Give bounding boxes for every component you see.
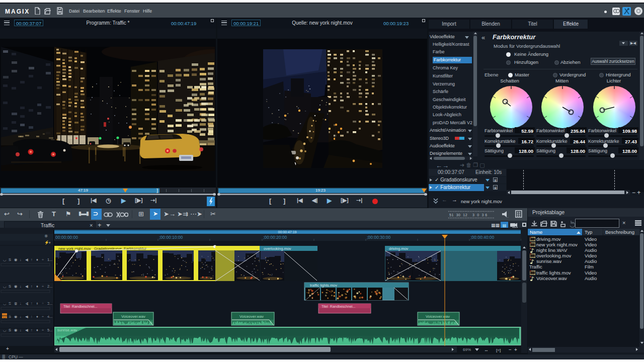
svg-text:sunrise.wav: sunrise.wav: [57, 328, 77, 332]
svg-text:Titel Randbeschnei...: Titel Randbeschnei...: [321, 305, 355, 308]
svg-text:↓: ↓: [20, 284, 22, 289]
svg-text:Voiceover.wav: Voiceover.wav: [121, 314, 145, 319]
svg-text:1...: 1...: [47, 257, 52, 262]
svg-text:4...: 4...: [47, 314, 52, 319]
svg-text:+: +: [6, 346, 9, 351]
svg-text:÷: ÷: [42, 284, 44, 289]
svg-text:69%: 69%: [463, 347, 471, 352]
svg-text:−: −: [509, 347, 512, 352]
svg-text:+: +: [514, 347, 517, 352]
svg-text:overlooking.mov: overlooking.mov: [264, 246, 291, 251]
svg-text:...: ...: [506, 215, 509, 218]
svg-text:S: S: [9, 257, 11, 262]
svg-text:↓: ↓: [20, 257, 22, 262]
svg-text:traffic lights.mov: traffic lights.mov: [310, 283, 337, 288]
svg-text:◉: ◉: [14, 257, 18, 262]
svg-text:;00:00:20:00: ;00:00:20:00: [263, 235, 287, 240]
svg-text:▾: ▾: [49, 241, 51, 244]
svg-text:;00:00:40:00: ;00:00:40:00: [470, 235, 495, 240]
svg-text:;00:00:30:00: ;00:00:30:00: [367, 235, 391, 240]
svg-text:♦: ♦: [36, 284, 38, 289]
svg-text:↑: ↑: [31, 257, 33, 262]
svg-text:⎈: ⎈: [44, 233, 48, 238]
svg-text:↔: ↔: [484, 347, 489, 352]
svg-text:S: S: [9, 284, 11, 289]
svg-text:↑: ↑: [31, 314, 33, 319]
svg-text:↓: ↓: [20, 314, 22, 319]
svg-text:◀: ◀: [25, 257, 28, 262]
svg-text:◉: ◉: [14, 314, 18, 319]
svg-text:◡: ◡: [3, 257, 7, 262]
svg-text:◡: ◡: [3, 314, 7, 319]
svg-text:◀: ◀: [25, 314, 28, 319]
svg-text:Titel Randbeschnei...: Titel Randbeschnei...: [63, 305, 97, 308]
svg-text:00:00:47:19: 00:00:47:19: [278, 230, 297, 234]
svg-text:÷: ÷: [42, 257, 44, 262]
svg-text:51 30 12 3 0 3 6: 51 30 12 3 0 3 6: [449, 213, 488, 217]
svg-text:÷: ÷: [42, 314, 44, 319]
svg-text:;00:00:10:00: ;00:00:10:00: [159, 235, 183, 240]
svg-text:↑: ↑: [31, 284, 33, 289]
svg-text:♦: ♦: [36, 314, 38, 319]
svg-text:driving.mov: driving.mov: [389, 246, 409, 251]
svg-text:[=]: [=]: [496, 348, 501, 352]
svg-text:00:00:00:00: 00:00:00:00: [55, 235, 78, 240]
svg-text:Voiceover.wav: Voiceover.wav: [426, 314, 450, 319]
svg-text:◀: ◀: [25, 284, 28, 289]
svg-text:Voiceover.wav: Voiceover.wav: [239, 314, 264, 319]
svg-text:S: S: [9, 314, 11, 319]
svg-text:♦: ♦: [36, 257, 38, 262]
svg-text:◉: ◉: [14, 284, 18, 289]
svg-text:◡: ◡: [3, 284, 7, 289]
svg-text:2...: 2...: [47, 284, 52, 289]
